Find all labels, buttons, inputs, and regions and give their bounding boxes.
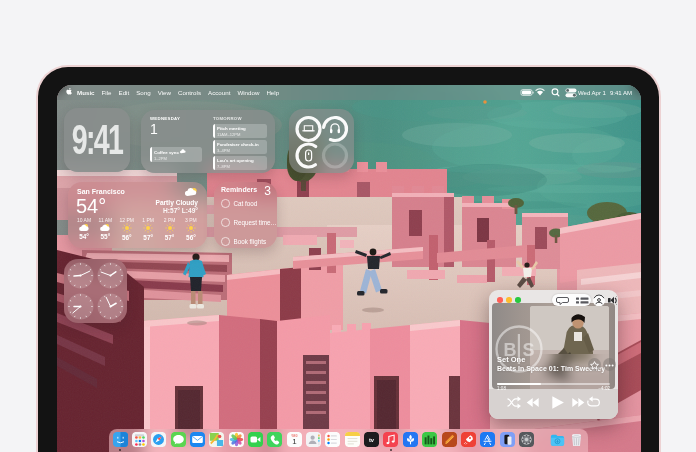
svg-text:1: 1 <box>292 437 297 446</box>
svg-text:tv: tv <box>369 437 375 443</box>
